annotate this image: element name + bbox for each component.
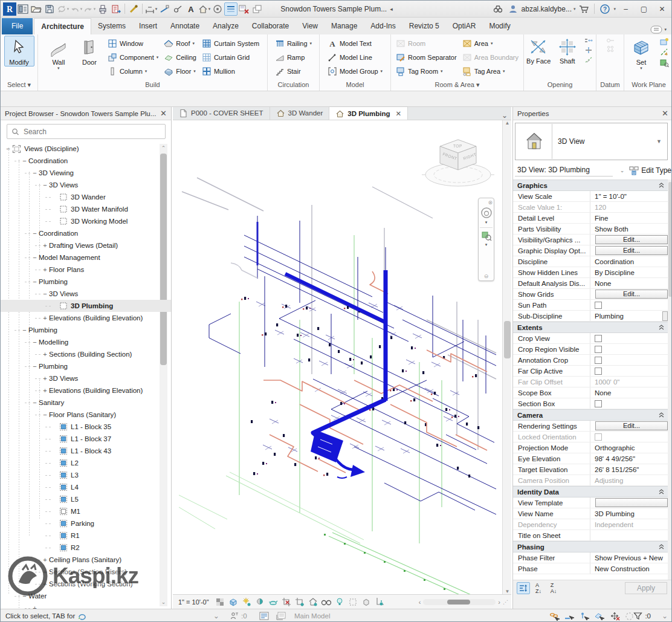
steering-wheel-icon[interactable]	[211, 2, 224, 16]
collapse-section-icon[interactable]	[659, 183, 664, 188]
tree-item-floor-plans[interactable]: +Floor Plans	[1, 264, 171, 276]
tree-item-3d-views[interactable]: +3D Views	[1, 372, 171, 384]
property-value[interactable]: 1" = 10'-0"	[595, 193, 627, 200]
tree-item-3d-views[interactable]: −3D Views	[1, 179, 171, 191]
view-scale-button[interactable]: 1" = 10'-0"	[176, 598, 212, 606]
analytical-model-icon[interactable]	[347, 596, 359, 608]
tree-expander-icon[interactable]: +	[41, 375, 49, 382]
select-by-face-icon[interactable]	[595, 612, 605, 621]
by-face-button[interactable]: By Face	[525, 36, 553, 65]
properties-header[interactable]: Properties ✕	[513, 107, 672, 120]
project-browser-close-icon[interactable]: ✕	[160, 109, 167, 117]
ceiling-button[interactable]: Ceiling	[161, 50, 199, 64]
collapse-section-icon[interactable]	[659, 325, 664, 330]
tree-expander-icon[interactable]: +	[41, 387, 49, 394]
ribbon-display-caret[interactable]: ▾	[664, 27, 667, 32]
view-tab-3d-wander[interactable]: 3D Wander	[270, 106, 330, 120]
property-value[interactable]: Plumbing	[595, 313, 624, 320]
plane-viewer-icon[interactable]	[659, 58, 669, 67]
sync-icon[interactable]: ▾	[56, 2, 69, 16]
property-value[interactable]: Fine	[595, 215, 608, 222]
tree-expander-icon[interactable]: +	[41, 242, 49, 249]
sub-discipline-browse-button[interactable]	[662, 311, 668, 321]
user-menu-caret[interactable]: ▾	[573, 7, 576, 11]
model-text-button[interactable]: AModel Text	[325, 36, 385, 50]
browser-search-box[interactable]	[7, 124, 166, 139]
curtain-grid-button[interactable]: Curtain Grid	[199, 50, 262, 64]
tree-expander-icon[interactable]: −	[4, 145, 12, 152]
tree-item-elevations-building-elevation-[interactable]: +Elevations (Building Elevation)	[1, 312, 171, 324]
type-selector-caret[interactable]: ▼	[656, 138, 667, 144]
view-tab-3d-plumbing[interactable]: 3D Plumbing✕	[329, 106, 408, 120]
property-value[interactable]: None	[595, 280, 612, 287]
tree-item-l2[interactable]: L2	[1, 457, 171, 469]
tree-expander-icon[interactable]: −	[31, 230, 39, 237]
component-button[interactable]: Component▾	[105, 50, 161, 64]
tag-room-button[interactable]: Tag Room▾	[393, 64, 459, 78]
property-value[interactable]: By Discipline	[595, 269, 635, 276]
tree-item-r1[interactable]: R1	[1, 530, 171, 542]
select-underlay-icon[interactable]	[564, 612, 575, 621]
rendering-settings-button[interactable]: Edit...	[595, 421, 668, 430]
wall-opening-icon[interactable]	[584, 37, 593, 45]
tree-item-l1-block-37[interactable]: L1 - Block 37	[1, 433, 171, 445]
section-graphics[interactable]: Graphics	[513, 180, 668, 191]
crop-view-icon[interactable]	[280, 596, 292, 608]
help-icon[interactable]: ?	[598, 2, 612, 16]
search-input[interactable]	[24, 128, 161, 136]
minimize-button[interactable]: –	[618, 2, 634, 15]
section-icon[interactable]	[158, 2, 171, 16]
modify-button[interactable]: Modify	[4, 36, 34, 66]
viewcube-top-label[interactable]: TOP	[453, 144, 462, 148]
tree-item-r2[interactable]: R2	[1, 542, 171, 554]
vertical-opening-icon[interactable]	[584, 47, 593, 54]
sort-ascending-icon[interactable]: AZ↓	[532, 582, 545, 594]
panel-label-room-area[interactable]: Room & Area ▾	[391, 80, 523, 91]
search-icon[interactable]	[491, 2, 505, 16]
tree-item-l1-block-43[interactable]: L1 - Block 43	[1, 445, 171, 457]
collapse-section-icon[interactable]	[659, 412, 664, 418]
print-icon[interactable]	[96, 2, 109, 16]
worksets-icon[interactable]	[259, 609, 269, 622]
roof-button[interactable]: Roof▾	[161, 36, 199, 50]
ribbon-tab-insert[interactable]: Insert	[132, 18, 164, 34]
tag-area-button[interactable]: Tag Area▾	[460, 64, 521, 78]
view-cube[interactable]: TOP FRONT RIGHT	[419, 130, 498, 202]
tree-item-sections-section-risers-[interactable]: +Sections (Section Risers)	[1, 566, 171, 578]
tree-item-plumbing[interactable]: −Plumbing	[1, 360, 171, 372]
section-phasing[interactable]: Phasing	[513, 541, 668, 552]
displacement-icon[interactable]	[360, 596, 372, 608]
graphic-display-opt--button[interactable]: Edit...	[595, 246, 668, 255]
collapse-section-icon[interactable]	[659, 489, 664, 494]
property-value[interactable]: 120	[595, 204, 606, 211]
zoom-menu-caret[interactable]: ▾	[485, 242, 488, 247]
instance-selector-caret[interactable]: ⌄	[620, 167, 625, 173]
window-button[interactable]: Window	[105, 36, 161, 50]
tree-item-plumbing[interactable]: −Plumbing	[1, 276, 171, 288]
far-clip-active-checkbox[interactable]	[595, 368, 602, 375]
annotation-crop-checkbox[interactable]	[595, 357, 602, 364]
sun-path-icon[interactable]	[241, 596, 253, 608]
ribbon-tab-modify[interactable]: Modify	[482, 18, 517, 34]
hscroll-thumb[interactable]	[447, 600, 470, 604]
tree-item-l4[interactable]: L4	[1, 481, 171, 493]
tree-item-views-discipline-[interactable]: −Views (Discipline)	[1, 143, 171, 155]
canvas-vertical-scrollbar[interactable]: ▲ ▼	[502, 120, 511, 594]
tree-item-coordination[interactable]: −Coordination	[1, 155, 171, 167]
view-template-button[interactable]	[595, 498, 668, 507]
panel-label-select[interactable]: Select ▾	[1, 80, 37, 91]
wall-button[interactable]: Wall▾	[44, 36, 74, 71]
property-value[interactable]: Coordination	[595, 258, 634, 265]
maximize-button[interactable]: ▢	[636, 2, 652, 15]
filter-button[interactable]: :0	[633, 609, 651, 622]
ribbon-display-toggle-icon[interactable]	[650, 25, 662, 34]
project-browser-header[interactable]: Project Browser - Snowdon Towers Sample …	[1, 107, 171, 120]
tree-item-ceiling-plans-sanitary-[interactable]: +Ceiling Plans (Sanitary)	[1, 554, 171, 566]
properties-scrollbar[interactable]	[668, 180, 672, 597]
property-value[interactable]: Orthographic	[595, 444, 635, 452]
tree-expander-icon[interactable]: +	[31, 604, 39, 609]
collapse-section-icon[interactable]	[659, 544, 664, 549]
ribbon-tab-optiar[interactable]: OptiAR	[446, 18, 483, 34]
select-links-icon[interactable]	[549, 612, 560, 621]
tree-expander-icon[interactable]: −	[31, 339, 39, 346]
